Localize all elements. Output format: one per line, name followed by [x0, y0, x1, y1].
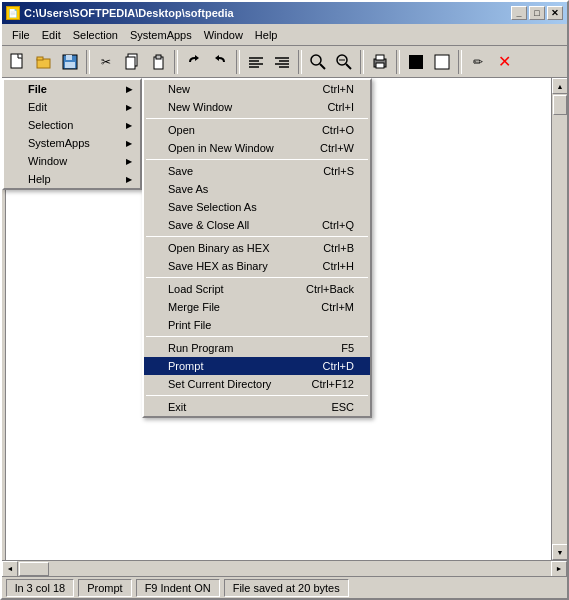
file-new-window[interactable]: New Window Ctrl+I — [144, 98, 370, 116]
save-hex-binary-label: Save HEX as Binary — [168, 260, 268, 272]
file-set-current-directory[interactable]: Set Current Directory Ctrl+F12 — [144, 375, 370, 393]
edit-label: Edit — [28, 101, 47, 113]
open-label: Open — [168, 124, 195, 136]
search2-button[interactable] — [332, 50, 356, 74]
menu-systemapps[interactable]: SystemApps — [124, 27, 198, 43]
file-exit[interactable]: Exit ESC — [144, 398, 370, 416]
sep1 — [86, 50, 90, 74]
black-square-button[interactable] — [404, 50, 428, 74]
editor-area: softpedia test tested by softpedia www.s… — [2, 78, 567, 560]
cut-button[interactable]: ✂ — [94, 50, 118, 74]
file-print-file[interactable]: Print File — [144, 316, 370, 334]
menu-item-selection[interactable]: Selection ▶ — [4, 116, 140, 134]
scroll-up-button[interactable]: ▲ — [552, 78, 567, 94]
selection-label: Selection — [28, 119, 73, 131]
bottom-scrollbar[interactable]: ◄ ► — [2, 560, 567, 576]
new-button[interactable] — [6, 50, 30, 74]
file-new[interactable]: New Ctrl+N — [144, 80, 370, 98]
file-save-as[interactable]: Save As — [144, 180, 370, 198]
file-open-binary-hex[interactable]: Open Binary as HEX Ctrl+B — [144, 239, 370, 257]
file-prompt[interactable]: Prompt Ctrl+D — [144, 357, 370, 375]
sep6 — [396, 50, 400, 74]
open-button[interactable] — [32, 50, 56, 74]
hscroll-thumb[interactable] — [19, 562, 49, 576]
file-save[interactable]: Save Ctrl+S — [144, 162, 370, 180]
close-button[interactable]: ✕ — [547, 6, 563, 20]
svg-line-21 — [346, 64, 351, 69]
mode-panel: Prompt — [78, 579, 131, 597]
sep-d — [146, 277, 368, 278]
file-save-hex-binary[interactable]: Save HEX as Binary Ctrl+H — [144, 257, 370, 275]
prompt-label: Prompt — [168, 360, 203, 372]
toolbar: ✂ — [2, 46, 567, 78]
align-right-button[interactable] — [270, 50, 294, 74]
indent-panel: F9 Indent ON — [136, 579, 220, 597]
file-run-program[interactable]: Run Program F5 — [144, 339, 370, 357]
svg-line-19 — [320, 64, 325, 69]
menu-item-file[interactable]: File ▶ — [4, 80, 140, 98]
print-button[interactable] — [368, 50, 392, 74]
file-load-script[interactable]: Load Script Ctrl+Back — [144, 280, 370, 298]
file-open-new-window[interactable]: Open in New Window Ctrl+W — [144, 139, 370, 157]
file-submenu[interactable]: New Ctrl+N New Window Ctrl+I Open Ctrl+O… — [142, 78, 372, 418]
minimize-button[interactable]: _ — [511, 6, 527, 20]
align-left-button[interactable] — [244, 50, 268, 74]
menu-help[interactable]: Help — [249, 27, 284, 43]
close-x-button[interactable]: ✕ — [492, 50, 516, 74]
sep-e — [146, 336, 368, 337]
position-panel: ln 3 col 18 — [6, 579, 74, 597]
svg-rect-2 — [37, 57, 43, 60]
menu-item-systemapps[interactable]: SystemApps ▶ — [4, 134, 140, 152]
sep4 — [298, 50, 302, 74]
file-merge-file[interactable]: Merge File Ctrl+M — [144, 298, 370, 316]
file-open[interactable]: Open Ctrl+O — [144, 121, 370, 139]
paste-button[interactable] — [146, 50, 170, 74]
redo-button[interactable] — [208, 50, 232, 74]
menu-edit[interactable]: Edit — [36, 27, 67, 43]
sep-a — [146, 118, 368, 119]
new-window-label: New Window — [168, 101, 232, 113]
white-square-button[interactable] — [430, 50, 454, 74]
merge-file-shortcut: Ctrl+M — [301, 301, 354, 313]
scroll-track — [552, 94, 567, 544]
scrollbar-right[interactable]: ▲ ▼ — [551, 78, 567, 560]
open-shortcut: Ctrl+O — [302, 124, 354, 136]
svg-rect-25 — [376, 63, 384, 68]
open-new-window-shortcut: Ctrl+W — [300, 142, 354, 154]
set-current-directory-label: Set Current Directory — [168, 378, 271, 390]
selection-arrow: ▶ — [126, 121, 132, 130]
save-hex-binary-shortcut: Ctrl+H — [303, 260, 354, 272]
edit-arrow: ▶ — [126, 103, 132, 112]
file-save-close-all[interactable]: Save & Close All Ctrl+Q — [144, 216, 370, 234]
pen-button[interactable]: ✏ — [466, 50, 490, 74]
sep-f — [146, 395, 368, 396]
main-dropdown[interactable]: File ▶ Edit ▶ Selection ▶ SystemApps ▶ W… — [2, 78, 142, 190]
menu-window[interactable]: Window — [198, 27, 249, 43]
svg-rect-7 — [126, 57, 135, 69]
file-info-text: File saved at 20 bytes — [233, 582, 340, 594]
exit-shortcut: ESC — [311, 401, 354, 413]
save-selection-as-label: Save Selection As — [168, 201, 257, 213]
hscroll-right-button[interactable]: ► — [551, 561, 567, 577]
menu-item-edit[interactable]: Edit ▶ — [4, 98, 140, 116]
scroll-thumb[interactable] — [553, 95, 567, 115]
menu-file[interactable]: File — [6, 27, 36, 43]
file-save-selection-as[interactable]: Save Selection As — [144, 198, 370, 216]
file-info-panel: File saved at 20 bytes — [224, 579, 349, 597]
undo-button[interactable] — [182, 50, 206, 74]
svg-rect-4 — [66, 55, 72, 60]
hscroll-left-button[interactable]: ◄ — [2, 561, 18, 577]
help-arrow: ▶ — [126, 175, 132, 184]
run-program-shortcut: F5 — [321, 342, 354, 354]
save-button[interactable] — [58, 50, 82, 74]
svg-rect-26 — [409, 55, 423, 69]
maximize-button[interactable]: □ — [529, 6, 545, 20]
menu-item-help[interactable]: Help ▶ — [4, 170, 140, 188]
copy-button[interactable] — [120, 50, 144, 74]
title-bar-buttons: _ □ ✕ — [511, 6, 563, 20]
scroll-down-button[interactable]: ▼ — [552, 544, 567, 560]
hscroll-track — [18, 561, 551, 577]
search-button[interactable] — [306, 50, 330, 74]
menu-item-window[interactable]: Window ▶ — [4, 152, 140, 170]
menu-selection[interactable]: Selection — [67, 27, 124, 43]
